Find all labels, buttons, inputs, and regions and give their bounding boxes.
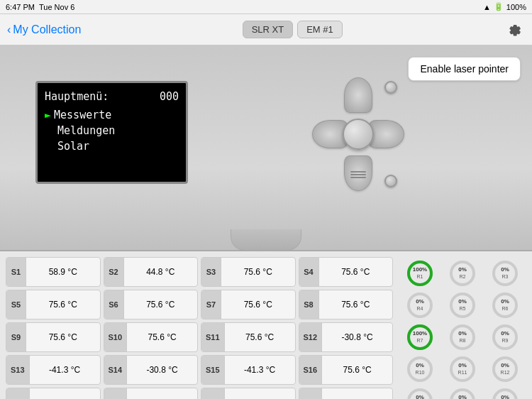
svg-point-8 (494, 262, 516, 285)
sensor-value-s8: 75.6 °C (319, 300, 393, 310)
sensor-cell-s7: S7 75.6 °C (201, 290, 296, 319)
lcd-display: Hauptmenü: 000 ► Messwerte Meldungen Sol… (35, 81, 188, 184)
relay-ring-r6: 0% R6 (490, 290, 520, 320)
svg-point-16 (451, 294, 474, 317)
dpad-center[interactable] (343, 119, 374, 150)
sensor-cell-s5: S5 75.6 °C (6, 290, 101, 319)
sensor-label-s9: S9 (6, 323, 26, 351)
sensor-cell-s15: S15 -41.3 °C (201, 355, 296, 385)
sensor-label-s11: S11 (201, 323, 225, 351)
tab-em1[interactable]: EM #1 (297, 21, 343, 38)
svg-text:R9: R9 (501, 338, 508, 343)
svg-text:R1: R1 (417, 274, 423, 279)
lcd-heading: Hauptmenü: (45, 90, 109, 103)
relay-cell-r13: 0% R13 (400, 386, 440, 399)
sensor-label-s4: S4 (299, 258, 319, 286)
sensor-cell-s18: S18 0.0000 V (104, 388, 199, 399)
svg-text:0%: 0% (416, 394, 425, 399)
sensor-cell-s14: S14 -30.8 °C (104, 355, 199, 385)
svg-point-28 (451, 326, 474, 349)
svg-text:R8: R8 (460, 338, 466, 343)
lcd-arrow-icon: ► (45, 109, 51, 121)
status-left: 6:47 PM Tue Nov 6 (6, 3, 74, 11)
svg-text:0%: 0% (458, 330, 467, 337)
relay-ring-r13: 0% R13 (405, 386, 435, 399)
dpad-line-2 (350, 174, 366, 175)
sensor-value-s7: 75.6 °C (221, 300, 295, 310)
relay-ring-r4: 0% R4 (405, 290, 435, 320)
dpad-small-button-top[interactable] (384, 81, 397, 94)
svg-text:0%: 0% (458, 394, 467, 399)
sensor-label-s19: S19 (201, 388, 225, 399)
relay-ring-a17: 0% A17 (490, 386, 520, 399)
svg-text:100%: 100% (413, 330, 427, 337)
relay-ring-r8: 0% R8 (448, 322, 477, 352)
sensor-value-s13: -41.3 °C (30, 365, 100, 375)
tab-slr-xt[interactable]: SLR XT (243, 21, 294, 38)
relay-ring-r5: 0% R5 (448, 290, 477, 320)
relay-cell-r3: 0% R3 (484, 258, 525, 288)
dpad-right[interactable] (369, 120, 404, 148)
sensor-value-s11: 75.6 °C (225, 332, 295, 342)
relay-ring-r2: 0% R2 (448, 258, 477, 288)
battery-icon: 🔋 (494, 2, 504, 11)
relay-cell-r4: 0% R4 (400, 290, 440, 320)
lcd-item-0: Messwerte (54, 109, 111, 121)
sensor-label-s13: S13 (6, 356, 30, 384)
lcd-menu-item-1: Meldungen (45, 123, 179, 138)
dpad-small-button-bottom[interactable] (384, 175, 397, 187)
svg-text:R5: R5 (460, 306, 466, 311)
svg-text:R7: R7 (417, 338, 423, 343)
relay-cell-a17: 0% A17 (484, 386, 525, 399)
dpad-controller (312, 77, 404, 219)
relay-cell-r2: 0% R2 (443, 258, 483, 288)
sensor-label-s17: S17 (6, 388, 30, 399)
status-bar: 6:47 PM Tue Nov 6 ▲ 🔋 100% (0, 0, 532, 14)
svg-text:0%: 0% (458, 266, 467, 273)
relay-ring-r12: 0% R12 (490, 354, 520, 384)
sensor-cell-s9: S9 75.6 °C (6, 322, 101, 352)
sensor-value-s1: 58.9 °C (26, 267, 100, 277)
dpad-container (312, 77, 404, 191)
sensor-label-s8: S8 (299, 290, 319, 319)
relay-cell-r11: 0% R11 (443, 354, 483, 384)
sensor-cell-s6: S6 75.6 °C (104, 290, 199, 319)
svg-point-4 (451, 262, 474, 285)
relay-ring-r9: 0% R9 (490, 322, 520, 352)
sensor-value-s6: 75.6 °C (124, 300, 198, 310)
relay-ring-r1: 100% R1 (405, 258, 435, 288)
sensor-cell-s10: S10 75.6 °C (104, 322, 199, 352)
gear-button[interactable] (504, 19, 525, 40)
status-right: ▲ 🔋 100% (483, 2, 526, 11)
back-button[interactable]: ‹ My Collection (7, 23, 81, 36)
svg-text:0%: 0% (458, 298, 467, 305)
sensor-value-s9: 75.6 °C (26, 332, 100, 342)
dpad-line-1 (350, 171, 366, 173)
status-day: Tue Nov 6 (39, 3, 74, 11)
sensor-label-s2: S2 (104, 258, 124, 286)
laser-pointer-button[interactable]: Enable laser pointer (408, 57, 521, 81)
nav-tabs: SLR XT EM #1 (243, 21, 343, 38)
sensor-label-s18: S18 (104, 388, 128, 399)
relay-ring-r3: 0% R3 (490, 258, 520, 288)
dpad-line-3 (350, 177, 366, 178)
sensor-label-s12: S12 (299, 323, 323, 351)
relay-cell-r1: 100% R1 (400, 258, 440, 288)
lcd-title: Hauptmenü: 000 (45, 90, 179, 103)
dpad-up[interactable] (344, 77, 372, 113)
data-area: S1 58.9 °C S2 44.8 °C S3 75.6 °C S4 75.6… (0, 251, 532, 399)
relay-cell-r6: 0% R6 (484, 290, 525, 320)
svg-text:R12: R12 (500, 370, 509, 375)
sensor-label-s20: S20 (299, 388, 323, 399)
sensor-label-s6: S6 (104, 290, 124, 319)
wifi-icon: ▲ (483, 3, 491, 11)
sensor-cell-s16: S16 75.6 °C (299, 355, 394, 385)
lcd-menu-item-0: ► Messwerte (45, 107, 179, 123)
sensor-cell-s4: S4 75.6 °C (299, 257, 394, 287)
svg-point-20 (494, 294, 516, 317)
svg-text:R6: R6 (501, 306, 508, 311)
sensor-label-s10: S10 (104, 323, 128, 351)
svg-text:0%: 0% (416, 298, 425, 305)
back-label: My Collection (13, 23, 81, 36)
svg-text:R11: R11 (458, 370, 467, 375)
